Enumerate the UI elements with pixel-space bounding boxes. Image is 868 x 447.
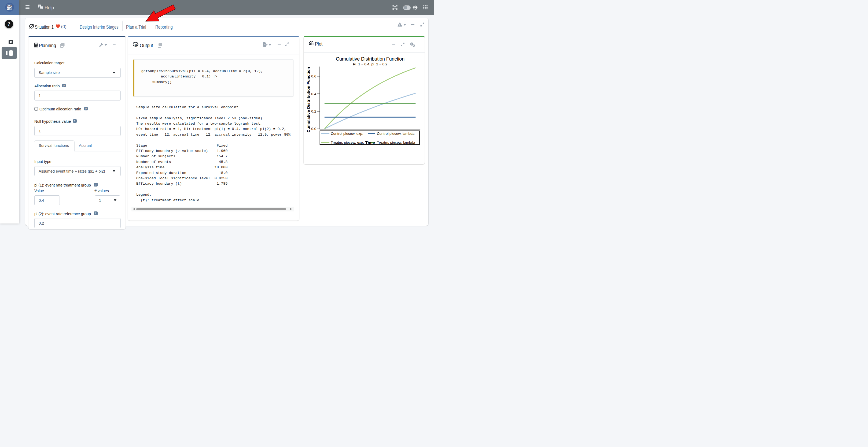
svg-text:Cumulative Distribution Functi: Cumulative Distribution Function: [336, 56, 404, 62]
svg-text:Pi_1 = 0.4, pi_2 = 0.2: Pi_1 = 0.4, pi_2 = 0.2: [353, 63, 387, 66]
svg-text:R: R: [134, 43, 137, 47]
svg-text:Treatm. piecew. lambda: Treatm. piecew. lambda: [377, 140, 415, 144]
svg-text:Control piecew. lambda: Control piecew. lambda: [377, 132, 414, 136]
svg-text:0.0: 0.0: [311, 127, 316, 131]
svg-text:Control piecew. exp.: Control piecew. exp.: [331, 132, 363, 136]
svg-text:0.2: 0.2: [311, 109, 316, 113]
svg-text:?: ?: [39, 5, 40, 7]
svg-text:Treatm. piecew. exp.: Treatm. piecew. exp.: [331, 140, 364, 144]
svg-text:0.4: 0.4: [311, 92, 316, 96]
svg-text:Cloud: Cloud: [7, 7, 12, 10]
svg-text:Cumulative Distribution Functi: Cumulative Distribution Function: [306, 67, 311, 132]
svg-text:0.6: 0.6: [311, 74, 316, 78]
svg-text:PACT: PACT: [7, 5, 12, 7]
svg-text:Time: Time: [365, 140, 375, 145]
